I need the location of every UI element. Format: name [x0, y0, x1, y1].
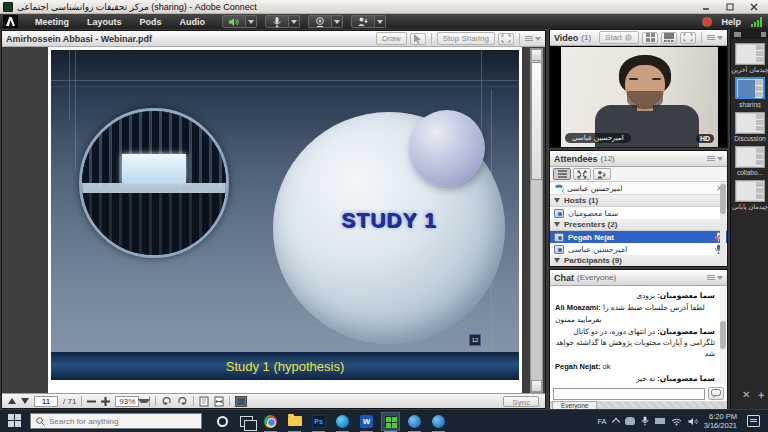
speaker-button[interactable]	[222, 15, 246, 28]
layouts-menu-icon[interactable]	[734, 32, 741, 37]
menu-layouts[interactable]: Layouts	[78, 14, 131, 29]
task-view-icon[interactable]	[238, 413, 255, 430]
help-menu[interactable]: Help	[721, 17, 741, 27]
filmstrip-view-button[interactable]	[661, 32, 677, 44]
layout-thumbnail-collaboration[interactable]	[735, 146, 765, 168]
participants-section-header[interactable]: Participants (9)	[550, 255, 727, 267]
tray-mic-icon[interactable]	[641, 416, 649, 426]
maximize-icon[interactable]	[722, 1, 738, 12]
rotate-right-icon[interactable]	[177, 396, 188, 406]
scroll-thumb[interactable]	[531, 62, 542, 180]
hosts-section-header[interactable]: Hosts (1)	[550, 195, 727, 207]
chat-message: سما معصومیان: بزودی	[555, 290, 715, 301]
onedrive-icon[interactable]	[625, 417, 635, 425]
video-pod-menu-icon[interactable]	[707, 35, 723, 40]
attendees-pod-header: Attendees (12)	[550, 151, 727, 167]
status-menu-caret[interactable]	[375, 15, 386, 28]
chat-input[interactable]	[553, 388, 705, 400]
chrome-icon[interactable]	[262, 413, 279, 430]
video-fullscreen-button[interactable]	[680, 32, 696, 44]
thumbnail-view-icon[interactable]	[235, 396, 247, 407]
edge-icon[interactable]	[334, 413, 351, 430]
window-title: مرکز تحقیقات روانشناسی اجتماعی (sharing)…	[17, 2, 698, 12]
attendee-list-view-button[interactable]	[553, 168, 571, 180]
windows-taskbar: Ps W FA 6:20 PM 3/16/2021	[0, 410, 768, 432]
layout-thumbnail-1[interactable]	[735, 43, 765, 65]
word-icon[interactable]: W	[358, 413, 375, 430]
zoom-in-icon[interactable]	[101, 397, 110, 406]
layouts-sidebar: چیدمان آخرین sharing Discussion collabo.…	[730, 29, 768, 409]
video-pod: Video (1) Start	[549, 29, 728, 148]
zoom-out-icon[interactable]	[87, 397, 96, 406]
send-message-button[interactable]	[708, 387, 724, 400]
page-number-input[interactable]	[34, 396, 58, 407]
layout-thumbnail-sharing-active[interactable]	[735, 77, 765, 99]
stop-sharing-button[interactable]: Stop Sharing	[437, 32, 495, 45]
attendee-status-view-button[interactable]	[593, 168, 611, 180]
share-scrollbar[interactable]	[530, 48, 543, 393]
adobe-connect-taskbar-icon[interactable]	[382, 413, 399, 430]
file-explorer-icon[interactable]	[286, 413, 303, 430]
active-speaker-row: امیرحسین عباسی ✕	[550, 182, 727, 195]
microphone-button[interactable]	[265, 15, 289, 28]
keyboard-icon[interactable]	[655, 418, 665, 424]
menu-audio[interactable]: Audio	[171, 14, 215, 29]
microphone-menu-caret[interactable]	[289, 15, 300, 28]
fullscreen-button[interactable]	[498, 33, 514, 45]
attendees-count: (12)	[601, 154, 615, 163]
next-page-icon[interactable]	[21, 398, 29, 404]
menu-meeting[interactable]: Meeting	[26, 14, 78, 29]
tray-expand-icon[interactable]	[611, 418, 619, 426]
webcam-button[interactable]	[308, 15, 332, 28]
share-pod-menu-icon[interactable]	[525, 36, 541, 41]
webcam-menu-caret[interactable]	[332, 15, 343, 28]
app-globe-icon[interactable]	[430, 413, 447, 430]
volume-icon[interactable]	[688, 417, 698, 426]
sync-button[interactable]: Sync	[503, 396, 539, 407]
attendee-row-presenter-selected[interactable]: Pegah Nejat	[550, 231, 727, 243]
tab-everyone[interactable]: Everyone	[552, 401, 597, 409]
attendee-row-presenter[interactable]: امیرحسین عباسی	[550, 243, 727, 255]
speaker-menu-caret[interactable]	[246, 15, 257, 28]
taskbar-clock[interactable]: 6:20 PM 3/16/2021	[704, 412, 737, 431]
status-button[interactable]	[351, 15, 375, 28]
cortana-icon[interactable]	[214, 413, 231, 430]
grid-view-icon	[646, 33, 655, 42]
grid-view-button[interactable]	[642, 32, 658, 44]
slide-footer-title: Study 1 (hypothesis)	[226, 359, 345, 374]
breakout-view-button[interactable]	[573, 168, 591, 180]
delete-layout-icon[interactable]: ✕	[742, 389, 750, 400]
scroll-down-icon[interactable]	[531, 380, 542, 392]
presenters-section-header[interactable]: Presenters (2)	[550, 219, 727, 231]
fit-width-icon[interactable]	[214, 396, 224, 407]
start-webcam-button[interactable]: Start	[599, 31, 639, 44]
microphone-icon	[271, 16, 283, 28]
attendees-scrollbar[interactable]	[720, 182, 726, 266]
layout-thumbnail-discussion[interactable]	[735, 112, 765, 134]
draw-button[interactable]: Draw	[376, 32, 407, 45]
language-indicator[interactable]: FA	[597, 417, 606, 426]
minimize-icon[interactable]	[698, 1, 714, 12]
action-center-icon[interactable]	[747, 415, 760, 427]
scroll-up-icon[interactable]	[531, 49, 542, 61]
network-icon[interactable]	[671, 417, 682, 426]
add-layout-icon[interactable]: ＋	[756, 388, 766, 402]
search-input[interactable]	[49, 417, 179, 426]
zoom-level-select[interactable]: 93%	[115, 396, 150, 407]
attendees-pod-menu-icon[interactable]	[707, 156, 723, 161]
photoshop-icon[interactable]: Ps	[310, 413, 327, 430]
chat-pod-menu-icon[interactable]	[707, 275, 723, 280]
menu-pods[interactable]: Pods	[131, 14, 171, 29]
fit-page-icon[interactable]	[199, 396, 209, 407]
attendee-row-host[interactable]: سما معصومیان	[550, 207, 727, 219]
previous-page-icon[interactable]	[8, 398, 16, 404]
pointer-button[interactable]	[410, 33, 426, 45]
close-icon[interactable]	[746, 1, 762, 12]
chat-scrollbar[interactable]	[720, 287, 726, 384]
start-button[interactable]	[8, 414, 22, 428]
rotate-left-icon[interactable]	[161, 396, 172, 406]
pin-panel-icon[interactable]	[761, 32, 766, 37]
taskbar-search[interactable]	[30, 413, 202, 429]
layout-thumbnail-5[interactable]	[735, 180, 765, 202]
browser-globe-icon[interactable]	[406, 413, 423, 430]
